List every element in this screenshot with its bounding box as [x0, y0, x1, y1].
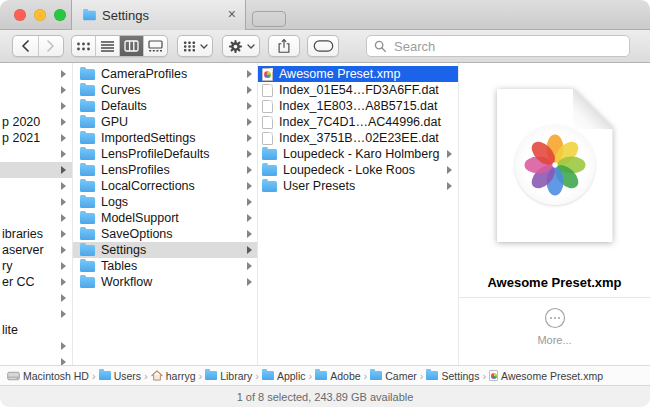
search-input[interactable]	[392, 38, 629, 55]
list-item[interactable]: ry	[0, 258, 72, 274]
zoom-window-button[interactable]	[54, 9, 66, 21]
share-button[interactable]	[268, 35, 300, 57]
more-button[interactable]	[544, 307, 566, 329]
list-item[interactable]	[0, 354, 72, 365]
tag-button[interactable]	[307, 35, 339, 57]
disclosure-arrow-icon	[61, 358, 66, 365]
path-item[interactable]: Library	[205, 370, 252, 382]
folder-row[interactable]: Workflow	[73, 274, 257, 290]
list-item[interactable]: ibraries	[0, 226, 72, 242]
list-item[interactable]	[0, 66, 72, 82]
status-bar: 1 of 8 selected, 243.89 GB available	[0, 385, 650, 407]
file-row[interactable]: Index_1E803…A8B5715.dat	[258, 98, 458, 114]
close-window-button[interactable]	[14, 9, 26, 21]
file-row[interactable]: Awesome Preset.xmp	[258, 66, 458, 82]
tag-icon	[313, 40, 334, 52]
list-item[interactable]	[0, 194, 72, 210]
folder-icon	[426, 371, 438, 380]
folder-row[interactable]: Loupedeck - Loke Roos	[258, 162, 458, 178]
close-tab-icon[interactable]: ×	[228, 6, 236, 22]
path-item[interactable]: harryg	[151, 370, 196, 382]
folder-row[interactable]: SaveOptions	[73, 226, 257, 242]
folder-name: Workflow	[101, 275, 152, 289]
list-item[interactable]: p 2021	[0, 130, 72, 146]
preview-divider	[459, 297, 650, 298]
list-item[interactable]: er CC	[0, 274, 72, 290]
share-icon	[276, 38, 292, 54]
disclosure-arrow-icon	[247, 182, 252, 190]
folder-row[interactable]: CameraProfiles	[73, 66, 257, 82]
folder-row[interactable]: LocalCorrections	[73, 178, 257, 194]
path-item[interactable]: Adobe	[315, 370, 360, 382]
minimize-window-button[interactable]	[34, 9, 46, 21]
folder-row[interactable]: Curves	[73, 82, 257, 98]
list-view-button[interactable]	[95, 36, 119, 56]
disclosure-arrow-icon	[247, 134, 252, 142]
column-view-button[interactable]	[119, 36, 143, 56]
list-item[interactable]	[0, 178, 72, 194]
folder-name: LensProfileDefaults	[101, 147, 209, 161]
folder-row[interactable]: Defaults	[73, 98, 257, 114]
folder-icon	[80, 149, 95, 160]
folder-row[interactable]: GPU	[73, 114, 257, 130]
disclosure-arrow-icon	[447, 150, 452, 158]
new-tab-button[interactable]	[252, 11, 286, 27]
folder-icon	[80, 213, 95, 224]
folder-row[interactable]: ImportedSettings	[73, 130, 257, 146]
folder-row[interactable]: Loupedeck - Karo Holmberg	[258, 146, 458, 162]
disclosure-arrow-icon	[61, 262, 66, 270]
file-name: Loupedeck - Karo Holmberg	[283, 147, 439, 161]
file-row[interactable]: Index_3751B…02E23EE.dat	[258, 130, 458, 146]
list-item[interactable]	[0, 210, 72, 226]
file-row[interactable]: Index_01E54…FD3A6FF.dat	[258, 82, 458, 98]
folder-row[interactable]: User Presets	[258, 178, 458, 194]
path-separator: ›	[482, 370, 486, 382]
folder-row[interactable]: Tables	[73, 258, 257, 274]
tab-settings[interactable]: Settings ×	[71, 0, 246, 30]
action-menu-button[interactable]	[222, 35, 260, 57]
list-item[interactable]	[0, 162, 72, 178]
path-item[interactable]: Macintosh HD	[7, 370, 89, 382]
group-by-button[interactable]	[177, 35, 213, 57]
folder-row[interactable]: Logs	[73, 194, 257, 210]
folder-icon	[262, 371, 274, 380]
list-item[interactable]	[0, 290, 72, 306]
back-button[interactable]	[13, 36, 38, 56]
path-item[interactable]: Applic	[262, 370, 306, 382]
folder-name: Settings	[101, 243, 146, 257]
list-view-icon	[101, 41, 114, 52]
list-item[interactable]: p 2020	[0, 114, 72, 130]
list-item[interactable]	[0, 306, 72, 322]
disclosure-arrow-icon	[61, 342, 66, 350]
list-item[interactable]	[0, 98, 72, 114]
list-item[interactable]: lite	[0, 322, 72, 338]
list-item[interactable]	[0, 338, 72, 354]
more-label[interactable]: More...	[459, 334, 650, 346]
list-item[interactable]	[0, 82, 72, 98]
gallery-view-button[interactable]	[143, 36, 167, 56]
file-row[interactable]: Index_7C4D1…AC44996.dat	[258, 114, 458, 130]
folder-row[interactable]: Settings	[73, 242, 257, 258]
path-label: harryg	[166, 370, 196, 382]
path-separator: ›	[255, 370, 259, 382]
disclosure-arrow-icon	[61, 118, 66, 126]
folder-row[interactable]: LensProfiles	[73, 162, 257, 178]
folder-row[interactable]: ModelSupport	[73, 210, 257, 226]
icon-view-button[interactable]	[72, 36, 95, 56]
path-item[interactable]: Awesome Preset.xmp	[489, 370, 603, 382]
search-field[interactable]	[366, 35, 630, 57]
path-item[interactable]: Users	[99, 370, 141, 382]
disclosure-arrow-icon	[61, 198, 66, 206]
disclosure-arrow-icon	[247, 230, 252, 238]
list-item[interactable]	[0, 146, 72, 162]
list-item[interactable]: aserver	[0, 242, 72, 258]
forward-button[interactable]	[38, 36, 64, 56]
path-item[interactable]: Camer	[370, 370, 417, 382]
folder-icon	[80, 229, 95, 240]
disclosure-arrow-icon	[61, 214, 66, 222]
column-parents-partial: p 2020p 2021ibrariesaserverryer CClite	[0, 63, 72, 365]
item-label: ibraries	[2, 227, 43, 241]
history-nav-group	[12, 35, 64, 57]
folder-row[interactable]: LensProfileDefaults	[73, 146, 257, 162]
path-item[interactable]: Settings	[426, 370, 479, 382]
